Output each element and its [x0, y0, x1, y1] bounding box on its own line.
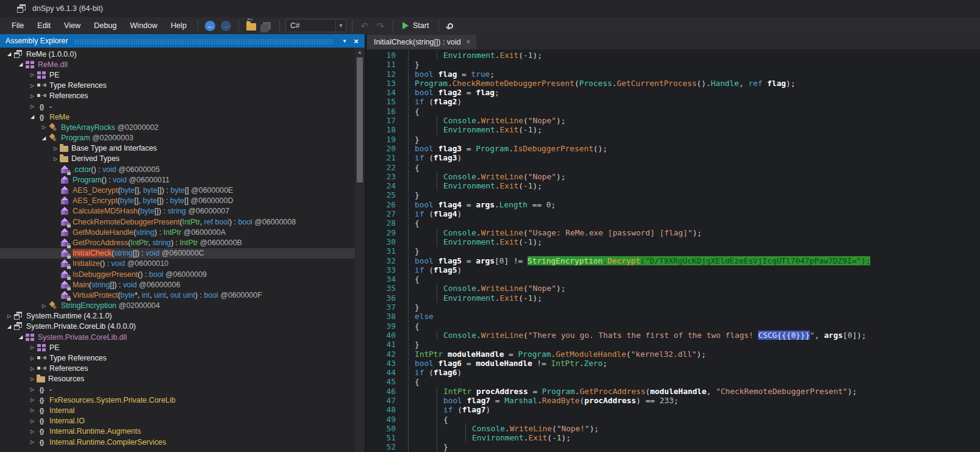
expander-collapsed-icon[interactable]: ▷: [51, 146, 60, 151]
chevron-down-icon[interactable]: ▼: [335, 20, 346, 32]
tree-item-item[interactable]: ▷{}-: [0, 384, 355, 395]
tree-item-internal[interactable]: ▷{}Internal: [0, 405, 355, 415]
tree-item-references[interactable]: ▷References: [0, 364, 355, 374]
tree-item-reme-dll[interactable]: ◢ReMe.dll: [0, 59, 355, 70]
token: ();: [593, 144, 607, 153]
tree-item-aes-encrypt[interactable]: AES_Encrypt(byte[], byte[]) : byte[] @06…: [0, 196, 355, 206]
token: args: [476, 200, 495, 209]
scroll-up-arrow-icon[interactable]: ▲: [355, 49, 365, 55]
tree-item-getmodulehandle[interactable]: GetModuleHandle(string) : IntPtr @060000…: [0, 227, 355, 237]
tree-item-fxresources-system-private-corelib[interactable]: ▷{}FxResources.System.Private.CoreLib: [0, 395, 355, 405]
tree-item-type-references[interactable]: ▷Type References: [0, 353, 355, 363]
save-all-button[interactable]: [260, 18, 274, 33]
expander-collapsed-icon[interactable]: ▷: [28, 376, 37, 382]
code-line-29: 29Console.WriteLine("Usage: ReMe.exe [pa…: [367, 228, 980, 237]
code-viewport[interactable]: 10Environment.Exit(-1);11}12bool flag = …: [367, 49, 980, 452]
expander-collapsed-icon[interactable]: ▷: [28, 439, 37, 445]
tree-scrollbar[interactable]: ▲: [355, 48, 365, 452]
tree-item-internal-runtime-compilerservices[interactable]: ▷{}Internal.Runtime.CompilerServices: [0, 437, 355, 447]
menu-debug[interactable]: Debug: [87, 19, 123, 32]
tab-initialcheck[interactable]: InitialCheck(string[]) : void ×: [367, 35, 476, 49]
expander-collapsed-icon[interactable]: ▷: [28, 429, 37, 434]
tree-item-base-type-and-interfaces[interactable]: ▷Base Type and Interfaces: [0, 143, 355, 154]
expander-expanded-icon[interactable]: ◢: [5, 51, 13, 57]
tree-item-system-private-corelib-4-0-0-0[interactable]: ◢System.Private.CoreLib (4.0.0.0): [0, 321, 355, 332]
navigate-forward-button[interactable]: →: [219, 18, 234, 33]
expander-collapsed-icon[interactable]: ▷: [40, 124, 48, 130]
expander-collapsed-icon[interactable]: ▷: [28, 93, 37, 99]
expander-expanded-icon[interactable]: ◢: [28, 114, 37, 120]
tree-item-program[interactable]: Program() : void @06000011: [0, 174, 355, 185]
panel-menu-button[interactable]: ▼: [340, 36, 349, 46]
expander-collapsed-icon[interactable]: ▷: [40, 303, 48, 309]
tab-close-icon[interactable]: ×: [467, 38, 471, 46]
tree-item-getprocaddress[interactable]: GetProcAddress(IntPtr, string) : IntPtr …: [0, 237, 355, 248]
expander-expanded-icon[interactable]: ◢: [40, 135, 48, 141]
expander-collapsed-icon[interactable]: ▷: [28, 356, 37, 361]
open-file-button[interactable]: [244, 18, 259, 33]
expander-collapsed-icon[interactable]: ▷: [28, 72, 37, 77]
menu-view[interactable]: View: [57, 19, 87, 32]
class-icon: [48, 133, 58, 143]
tree-item-virtualprotect[interactable]: VirtualProtect(byte*, int, uint, out uin…: [0, 290, 355, 300]
expander-expanded-icon[interactable]: ◢: [5, 324, 13, 329]
expander-collapsed-icon[interactable]: ▷: [28, 387, 37, 392]
tree-item-main[interactable]: Main(string[]) : void @06000006: [0, 279, 355, 290]
tree-item-stringencryption[interactable]: ▷StringEncryption @02000004: [0, 301, 355, 311]
tree-item-reme[interactable]: ◢{}ReMe: [0, 112, 355, 122]
menu-help[interactable]: Help: [164, 19, 193, 32]
tree-item-system-runtime-4-2-1-0[interactable]: ▷System.Runtime (4.2.1.0): [0, 311, 355, 321]
expander-collapsed-icon[interactable]: ▷: [51, 156, 60, 162]
tree-item-checkremotedebuggerpresent[interactable]: CheckRemoteDebuggerPresent(IntPtr, ref b…: [0, 217, 355, 227]
token: []) :: [154, 207, 167, 215]
tree-item-internal-runtime-augments[interactable]: ▷{}Internal.Runtime.Augments: [0, 426, 355, 437]
tree-item-bytearrayrocks[interactable]: ▷ByteArrayRocks @02000002: [0, 122, 355, 132]
tab-strip: InitialCheck(string[]) : void ×: [367, 34, 980, 49]
tree-item-system-private-corelib-dll[interactable]: ◢System.Private.CoreLib.dll: [0, 332, 355, 342]
tree-item-resources[interactable]: ▷Resources: [0, 374, 355, 384]
tree-item-calculatemd5hash[interactable]: CalculateMD5Hash(byte[]) : string @06000…: [0, 206, 355, 217]
menu-edit[interactable]: Edit: [30, 19, 57, 32]
navigate-back-button[interactable]: ←: [203, 18, 218, 33]
expander-collapsed-icon[interactable]: ▷: [5, 314, 13, 319]
tree-item-reme-1-0-0-0[interactable]: ◢ReMe (1.0.0.0): [0, 49, 355, 59]
expander-collapsed-icon[interactable]: ▷: [28, 407, 37, 413]
tree-item-references[interactable]: ▷References: [0, 91, 355, 101]
tree-item-isdebuggerpresent[interactable]: IsDebuggerPresent() : bool @06000009: [0, 269, 355, 279]
menu-file[interactable]: File: [5, 19, 30, 32]
expander-collapsed-icon[interactable]: ▷: [28, 418, 37, 424]
tree-item-type-references[interactable]: ▷Type References: [0, 81, 355, 91]
panel-close-button[interactable]: ×: [351, 36, 361, 46]
tree-item-program[interactable]: ◢Program @02000003: [0, 133, 355, 143]
tree-item-initialize[interactable]: Initialize() : void @06000010: [0, 259, 355, 269]
tree-item-pe[interactable]: ▷PE: [0, 342, 355, 353]
tree-item-cctor[interactable]: .cctor() : void @06000005: [0, 164, 355, 174]
tree-item-item[interactable]: ▷{}-: [0, 101, 355, 112]
expander-collapsed-icon[interactable]: ▷: [28, 397, 37, 403]
tree-item-label: Program @02000003: [61, 134, 134, 142]
token: !=: [532, 359, 551, 368]
language-select[interactable]: C# ▼: [285, 19, 346, 32]
start-button[interactable]: Start: [398, 20, 434, 32]
menu-window[interactable]: Window: [123, 19, 164, 32]
tree-item-initialcheck[interactable]: InitialCheck(string[]) : void @0600000C: [0, 248, 355, 259]
search-button[interactable]: [444, 18, 459, 33]
tree-scrollbar-thumb[interactable]: [357, 57, 363, 182]
tree-item-label: Internal.Runtime.Augments: [49, 427, 141, 436]
expander-expanded-icon[interactable]: ◢: [16, 62, 25, 67]
token: @06000006: [137, 281, 180, 289]
tree-item-derived-types[interactable]: ▷Derived Types: [0, 154, 355, 164]
assembly-tree[interactable]: ◢ReMe (1.0.0.0)◢ReMe.dll▷PE▷Type Referen…: [0, 49, 355, 452]
tree-item-internal-io[interactable]: ▷{}Internal.IO: [0, 416, 355, 426]
tree-item-pe[interactable]: ▷PE: [0, 70, 355, 80]
expander-collapsed-icon[interactable]: ▷: [28, 366, 37, 371]
indent-guide: [408, 172, 409, 181]
expander-collapsed-icon[interactable]: ▷: [28, 345, 37, 350]
undo-button[interactable]: ↶: [357, 18, 372, 33]
tree-item-aes-decrypt[interactable]: AES_Decrypt(byte[], byte[]) : byte[] @06…: [0, 185, 355, 195]
token: (: [523, 284, 528, 293]
redo-button[interactable]: ↷: [373, 18, 388, 33]
expander-expanded-icon[interactable]: ◢: [16, 334, 25, 340]
expander-collapsed-icon[interactable]: ▷: [28, 104, 37, 109]
expander-collapsed-icon[interactable]: ▷: [28, 83, 37, 88]
